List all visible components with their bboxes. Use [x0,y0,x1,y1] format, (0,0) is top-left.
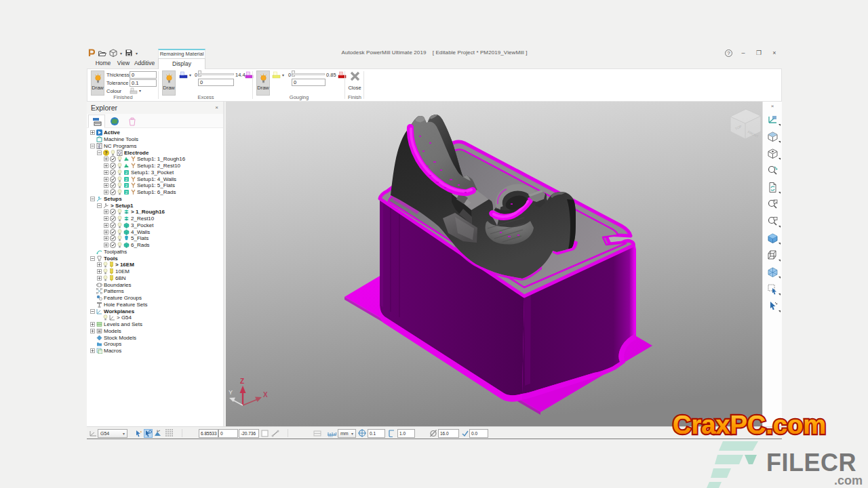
tolerance-input[interactable]: 0.1 [130,79,157,87]
tolerance-field[interactable]: 0.1 [368,429,385,438]
colour-dropdown-caret[interactable]: ▾ [139,88,141,93]
expand-plus-icon[interactable] [104,157,108,161]
tree-item[interactable]: 2Setup1: 3_Pocket [87,169,223,176]
overlap-field[interactable]: 0.0 [469,429,488,438]
expand-minus-icon[interactable] [90,144,95,148]
tree-item[interactable]: 10EM [87,268,223,275]
expand-plus-icon[interactable] [90,329,95,333]
gouging-value-input[interactable]: 0 [292,79,326,86]
expand-plus-icon[interactable] [104,163,108,168]
tree-item[interactable]: NC Programs [87,143,223,150]
expand-plus-icon[interactable] [104,223,108,228]
refresh-page-button[interactable] [763,179,783,196]
expand-minus-icon[interactable] [90,256,95,261]
coord-lock-checkbox[interactable] [261,429,269,437]
excess-min-caret[interactable]: ▾ [189,73,191,77]
tree-item[interactable]: > 1_Rough16 [87,209,223,216]
close-button[interactable]: × [770,48,779,58]
workplane-combo[interactable]: G54▾ [98,429,127,438]
zoom-refresh-button[interactable] [763,162,783,179]
tab-display[interactable]: Display [158,58,205,69]
explorer-tab-web[interactable] [106,115,123,128]
tab-additive[interactable]: Additive [133,58,156,68]
expand-plus-icon[interactable] [104,190,108,195]
levels-button[interactable] [313,429,321,437]
grid-toggle-button[interactable] [165,429,174,437]
tree-item[interactable]: Patterns [87,288,223,295]
thickness-input[interactable]: 0 [130,71,157,79]
expand-plus-icon[interactable] [97,269,102,274]
thickness-field[interactable]: 1.0 [397,429,415,438]
tree-item[interactable]: Stock Models [87,334,223,341]
expand-plus-icon[interactable] [104,209,108,214]
units-combo[interactable]: mm▾ [338,429,356,438]
tree-item[interactable]: Feature Groups [87,295,223,302]
expand-plus-icon[interactable] [90,322,95,327]
wireframe-view-button[interactable] [763,247,783,264]
coord-x-field[interactable]: 6.85533 [199,429,218,438]
iso-view-button[interactable] [763,128,783,145]
tree-item[interactable]: > Setup1 [87,202,223,209]
minimize-button[interactable]: – [738,48,748,58]
translucent-view-button[interactable] [763,264,783,281]
expand-plus-icon[interactable] [104,236,108,241]
excess-draw-button[interactable]: Draw [162,70,176,96]
expand-minus-icon[interactable] [97,150,102,155]
expand-plus-icon[interactable] [104,177,108,182]
tool-diameter-field[interactable]: 16.0 [438,429,459,438]
zoom-window-button[interactable] [763,213,783,230]
tree-item[interactable]: 2Setup1: 5_Flats [87,182,223,189]
tree-item[interactable]: > 16EM [87,262,223,268]
help-button[interactable]: ? [725,49,732,57]
tree-item[interactable]: 6_Rads [87,242,223,249]
measure-button[interactable] [271,429,279,437]
close-remaining-material-button[interactable]: Close [345,70,364,91]
expand-plus-icon[interactable] [104,183,108,188]
tree-item[interactable]: Macros [87,348,223,354]
tree-item[interactable]: 5_Flats [87,235,223,242]
expand-plus-icon[interactable] [104,243,108,247]
tab-view[interactable]: View [113,58,134,68]
expand-plus-icon[interactable] [104,230,108,235]
expand-minus-icon[interactable] [90,309,95,314]
select-box-button[interactable] [763,281,783,298]
explorer-tab-tree[interactable] [88,115,105,128]
finished-draw-button[interactable]: Draw [91,70,104,96]
snap-toggle-button[interactable] [144,429,153,438]
excess-value-input[interactable]: 0 [198,79,234,86]
tab-home[interactable]: Home [93,58,113,68]
restore-button[interactable]: ❐ [754,48,764,58]
expand-plus-icon[interactable] [97,262,102,267]
viewport-3d[interactable]: TOP FRONT Z X Y [226,102,762,426]
tree-item[interactable]: ?Electrode [87,149,223,156]
coord-y-field[interactable]: 0 [218,429,238,438]
gouging-draw-button[interactable]: Draw [256,70,270,96]
tree-item[interactable]: Boundaries [87,281,223,288]
explorer-close-icon[interactable]: × [215,104,218,110]
tree-item[interactable]: Toolpaths [87,249,223,256]
tree-item[interactable]: Active [87,129,223,136]
gouging-min-caret[interactable]: ▾ [282,73,284,77]
excess-min-shade-icon[interactable] [179,71,188,79]
expand-plus-icon[interactable] [104,170,108,175]
tree-item[interactable]: Setup1: 1_Rough16 [87,156,223,163]
tree-item[interactable]: Setup1: 2_Rest10 [87,163,223,169]
expand-plus-icon[interactable] [97,276,102,281]
tree-item[interactable]: Tools [87,255,223,262]
view-orient-button[interactable] [763,145,783,162]
tree-item[interactable]: Models [87,328,223,335]
zoom-box-button[interactable] [763,196,783,213]
tree-item[interactable]: Groups [87,341,223,348]
tree-item[interactable]: Levels and Sets [87,321,223,328]
tree-item[interactable]: Machine Tools [87,136,223,143]
gouging-slider[interactable] [292,73,325,75]
finished-colour-swatch-icon[interactable] [130,87,138,94]
expand-plus-icon[interactable] [90,130,95,135]
view-toolbar-close-icon[interactable]: × [763,102,782,111]
snap-cursor-button[interactable] [134,429,143,438]
tree-item[interactable]: 6BN [87,275,223,282]
coord-z-field[interactable]: -20.736 [239,429,259,438]
workplane-view-button[interactable] [763,111,783,128]
excess-slider[interactable] [199,73,234,75]
tree-item[interactable]: Setups [87,196,223,203]
